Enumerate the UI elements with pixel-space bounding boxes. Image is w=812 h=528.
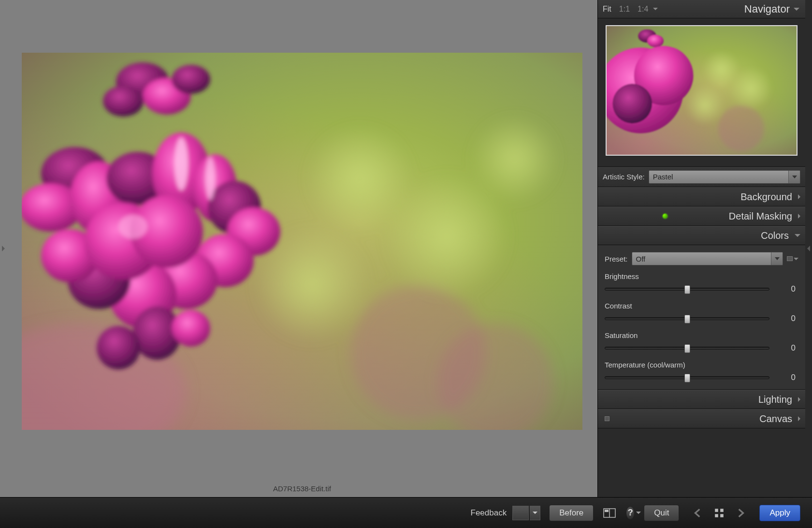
section-lighting-title: Lighting [758, 394, 792, 405]
slider-thumb[interactable] [684, 315, 690, 323]
section-lighting[interactable]: Lighting [598, 390, 805, 409]
section-canvas-title: Canvas [759, 413, 792, 425]
colors-panel-body: Preset: Off Brightness 0 [598, 245, 805, 390]
svg-point-32 [205, 157, 215, 200]
svg-rect-51 [721, 514, 724, 517]
zoom-1-4[interactable]: 1:4 [638, 5, 648, 14]
background-color-swatch[interactable] [512, 506, 529, 520]
contrast-label: Contrast [605, 302, 798, 310]
expand-icon [798, 416, 800, 421]
svg-point-33 [118, 215, 147, 239]
preset-value: Off [636, 255, 646, 263]
svg-point-30 [172, 310, 210, 347]
brightness-value: 0 [769, 284, 798, 294]
svg-point-44 [612, 84, 652, 123]
zoom-fit[interactable]: Fit [603, 5, 611, 14]
prev-image-button[interactable] [693, 508, 703, 518]
background-color-menu[interactable] [530, 506, 540, 520]
feedback-label: Feedback [471, 508, 507, 518]
grid-view-button[interactable] [714, 508, 725, 518]
preset-menu-button[interactable] [787, 256, 798, 261]
canvas-enable-checkbox[interactable] [605, 416, 609, 421]
help-icon: ? [626, 507, 634, 519]
section-detail-masking-title: Detail Masking [729, 211, 792, 222]
artistic-style-row: Artistic Style: Pastel [598, 167, 805, 187]
svg-point-37 [729, 67, 772, 110]
footer-bar: Feedback Before ? Quit Apply [0, 497, 812, 528]
svg-rect-50 [715, 514, 719, 517]
brightness-slider[interactable] [605, 288, 769, 291]
svg-rect-49 [721, 509, 724, 512]
section-detail-masking[interactable]: Detail Masking [598, 206, 805, 226]
contrast-value: 0 [769, 314, 798, 323]
brightness-label: Brightness [605, 272, 798, 280]
artistic-style-value: Pastel [653, 173, 673, 181]
navigator-thumbnail[interactable] [606, 25, 798, 156]
slider-thumb[interactable] [684, 374, 690, 382]
svg-point-31 [174, 137, 188, 191]
right-edge-expander[interactable] [805, 0, 812, 497]
svg-point-12 [172, 65, 210, 94]
saturation-value: 0 [769, 343, 798, 353]
preset-dropdown[interactable]: Off [632, 252, 783, 265]
expand-icon [798, 214, 800, 219]
svg-point-29 [97, 326, 140, 369]
zoom-1-1[interactable]: 1:1 [619, 5, 630, 14]
svg-point-11 [103, 86, 144, 117]
svg-point-5 [471, 116, 558, 203]
navigator-collapse-icon[interactable] [794, 8, 799, 11]
temperature-slider[interactable] [605, 376, 769, 379]
section-background[interactable]: Background [598, 187, 805, 206]
split-view-button[interactable] [602, 507, 617, 519]
slider-thumb[interactable] [684, 344, 690, 353]
canvas-area: AD7R1538-Edit.tif [7, 0, 597, 497]
artistic-style-dropdown[interactable]: Pastel [649, 170, 800, 184]
navigator-title: Navigator [744, 3, 790, 15]
zoom-more-icon[interactable] [653, 8, 658, 10]
chevron-left-icon [807, 246, 810, 251]
svg-point-38 [685, 86, 725, 125]
chevron-right-icon [2, 246, 5, 251]
section-colors[interactable]: Colors [598, 226, 805, 245]
svg-rect-48 [715, 509, 719, 512]
filename-label: AD7R1538-Edit.tif [273, 484, 331, 493]
temperature-label: Temperature (cool/warm) [605, 361, 798, 369]
expand-icon [798, 397, 800, 402]
before-button[interactable]: Before [549, 505, 594, 521]
apply-button[interactable]: Apply [759, 505, 800, 521]
preset-label: Preset: [605, 255, 628, 263]
saturation-label: Saturation [605, 331, 798, 339]
chevron-down-icon [794, 258, 798, 260]
left-edge-expander[interactable] [0, 0, 7, 497]
saturation-slider[interactable] [605, 347, 769, 350]
chevron-down-icon [636, 512, 641, 514]
svg-point-41 [647, 35, 664, 47]
dropdown-button-icon [788, 171, 800, 183]
temperature-value: 0 [769, 373, 798, 382]
collapse-icon [795, 234, 800, 237]
section-colors-title: Colors [761, 230, 789, 241]
expand-icon [798, 194, 800, 199]
section-canvas[interactable]: Canvas [598, 409, 805, 428]
artistic-style-label: Artistic Style: [603, 173, 645, 181]
chevron-down-icon [533, 512, 537, 514]
navigator-header: Fit 1:1 1:4 Navigator [598, 0, 805, 18]
contrast-slider[interactable] [605, 317, 769, 320]
active-indicator-icon [663, 214, 667, 219]
svg-point-39 [718, 105, 764, 151]
section-background-title: Background [740, 191, 792, 203]
slider-thumb[interactable] [684, 285, 690, 294]
next-image-button[interactable] [735, 508, 746, 518]
quit-button[interactable]: Quit [644, 505, 679, 521]
svg-rect-47 [605, 510, 609, 512]
right-panel: Fit 1:1 1:4 Navigator [597, 0, 805, 497]
dropdown-button-icon [771, 252, 783, 265]
main-image[interactable] [22, 53, 582, 430]
help-button[interactable]: ? [626, 507, 641, 519]
